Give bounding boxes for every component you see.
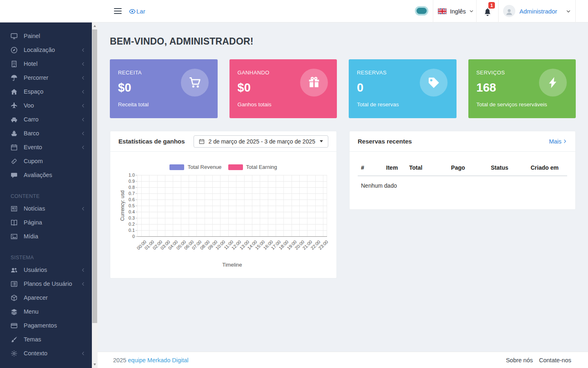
divider <box>433 0 433 22</box>
chevron-left-icon <box>81 62 85 66</box>
more-link-label: Mais <box>549 138 561 145</box>
sidebar-item-pagamentos[interactable]: Pagamentos <box>0 319 92 332</box>
sidebar-item-barco[interactable]: Barco <box>0 126 92 140</box>
scroll-down-arrow-icon[interactable] <box>94 364 96 366</box>
sidebar-item-localizacao[interactable]: Localização <box>0 43 92 57</box>
scrollbar-thumb[interactable] <box>92 29 97 323</box>
y-tick-mark <box>136 206 137 206</box>
stat-card-sublabel: Ganhos totais <box>238 101 329 108</box>
footer-link-about[interactable]: Sobre nós <box>506 357 533 364</box>
stat-card-servicos: SERVIÇOS168Total de serviços reserváveis <box>468 59 576 118</box>
sidebar-item-label: Notícias <box>24 205 45 212</box>
sidebar-item-hotel[interactable]: Hotel <box>0 57 92 71</box>
bell-icon <box>483 7 492 16</box>
y-tick-label: 1.0 <box>121 173 135 177</box>
y-tick-mark <box>136 175 137 175</box>
sidebar-item-label: Página <box>24 219 42 226</box>
sidebar-item-espaco[interactable]: Espaço <box>0 85 92 99</box>
sidebar-item-label: Contexto <box>24 350 47 357</box>
chart-legend: Total RevenueTotal Earning <box>118 164 328 170</box>
calendar-icon <box>11 144 18 151</box>
footer-link-contact[interactable]: Contate-nos <box>539 357 571 364</box>
sidebar-item-label: Percorrer <box>24 74 48 81</box>
y-tick-mark <box>136 212 137 212</box>
chevron-right-icon <box>563 139 567 144</box>
date-range-label: 2 de março de 2025 - 3 de março de 2025 <box>208 138 315 145</box>
earnings-panel: Estatísticas de ganhos 2 de março de 202… <box>110 131 337 278</box>
ship-icon <box>11 130 18 137</box>
home-link[interactable]: Lar <box>129 0 145 22</box>
plane-icon <box>11 102 18 109</box>
sidebar-item-noticias[interactable]: Notícias <box>0 202 92 215</box>
team-link[interactable]: equipe Merkado Digital <box>128 357 188 364</box>
sidebar-item-contexto[interactable]: Contexto <box>0 346 92 360</box>
sidebar-item-label: Avaliações <box>24 172 52 178</box>
y-tick-label: 0.1 <box>121 228 135 233</box>
gridline-horizontal <box>137 224 327 224</box>
theme-toggle-switch[interactable] <box>415 6 428 16</box>
sidebar-item-label: Mídia <box>24 233 38 240</box>
legend-label: Total Revenue <box>187 164 221 170</box>
chevron-left-icon <box>81 282 85 286</box>
cart-icon <box>189 76 201 89</box>
column-header-item: Item <box>383 160 406 176</box>
sidebar-item-label: Voo <box>24 102 34 109</box>
eye-icon <box>129 8 136 15</box>
column-header-total: Total <box>406 160 448 176</box>
bookings-table: #ItemTotalPagoStatusCriado em Nenhum dad… <box>358 160 567 201</box>
sidebar-item-percorrer[interactable]: Percorrer <box>0 71 92 85</box>
y-tick-mark <box>136 224 137 224</box>
sidebar-item-label: Cupom <box>24 158 43 164</box>
divider <box>498 0 499 22</box>
sidebar-item-painel[interactable]: Painel <box>0 29 92 43</box>
avatar[interactable] <box>503 5 515 17</box>
sidebar-scrollbar[interactable] <box>92 22 98 368</box>
sidebar-item-midia[interactable]: Mídia <box>0 229 92 243</box>
calendar-icon <box>199 139 205 144</box>
y-tick-label: 0.8 <box>121 185 135 190</box>
sidebar-toggle-button[interactable] <box>114 8 122 16</box>
language-selector[interactable]: Inglês <box>438 0 474 22</box>
sidebar-item-menu[interactable]: Menu <box>0 305 92 319</box>
gridline-horizontal <box>137 187 327 188</box>
date-range-picker[interactable]: 2 de março de 2025 - 3 de março de 2025 <box>194 135 328 148</box>
sidebar-item-cupom[interactable]: Cupom <box>0 154 92 168</box>
sidebar-item-usuarios[interactable]: Usuários <box>0 263 92 277</box>
sidebar-item-carro[interactable]: Carro <box>0 112 92 126</box>
footer-year: 2025 <box>113 357 126 364</box>
compass-icon <box>11 47 18 54</box>
user-menu-link[interactable]: Administrador <box>519 0 557 22</box>
gridline-horizontal <box>137 230 327 231</box>
sidebar-item-label: Carro <box>24 116 38 123</box>
scroll-up-arrow-icon[interactable] <box>94 25 96 27</box>
sidebar-item-evento[interactable]: Evento <box>0 140 92 154</box>
list-icon <box>11 280 18 287</box>
chevron-down-icon[interactable] <box>566 9 571 14</box>
sidebar-item-avaliacoes[interactable]: Avaliações <box>0 168 92 182</box>
column-header--: # <box>358 160 383 176</box>
sidebar-item-voo[interactable]: Voo <box>0 99 92 112</box>
sidebar-item-planos-de-usuario[interactable]: Planos de Usuário <box>0 277 92 291</box>
gridline-horizontal <box>137 218 327 218</box>
chevron-left-icon <box>81 131 85 136</box>
stat-card-icon-circle <box>181 69 209 96</box>
sidebar-item-temas[interactable]: Temas <box>0 332 92 346</box>
notifications-button[interactable]: 1 <box>482 0 499 22</box>
chevron-left-icon <box>81 351 85 356</box>
sidebar-item-aparecer[interactable]: Aparecer <box>0 291 92 305</box>
chevron-left-icon <box>81 90 85 94</box>
person-icon <box>505 8 513 16</box>
bookings-table-header-row: #ItemTotalPagoStatusCriado em <box>358 160 567 176</box>
notification-badge: 1 <box>488 2 495 9</box>
y-tick-mark <box>136 193 137 194</box>
comment-icon <box>11 172 18 179</box>
gear-icon <box>11 350 18 357</box>
more-link[interactable]: Mais <box>549 138 567 145</box>
caret-down-icon <box>320 140 323 142</box>
stat-card-sublabel: Total de reservas <box>357 101 448 108</box>
sidebar-item-pagina[interactable]: Página <box>0 215 92 229</box>
footer-links: Sobre nós Contate-nos <box>506 357 571 364</box>
legend-label: Total Earning <box>246 164 277 170</box>
earnings-panel-title: Estatísticas de ganhos <box>118 138 185 145</box>
sidebar-item-label: Planos de Usuário <box>24 280 72 287</box>
